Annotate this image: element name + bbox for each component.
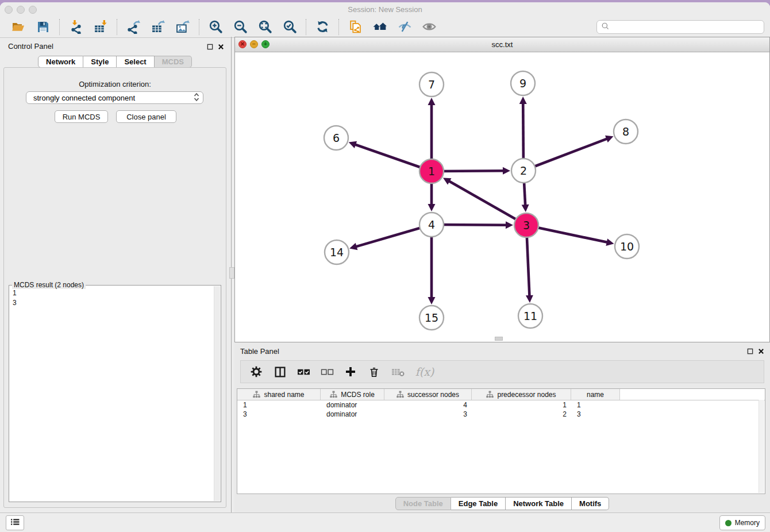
table-panel-close-icon[interactable] — [757, 348, 765, 355]
app-title: Session: New Session — [0, 5, 770, 14]
status-bar: Memory — [0, 512, 770, 532]
graph-node-11[interactable]: 11 — [518, 304, 542, 328]
zoom-fit-icon[interactable] — [257, 19, 273, 35]
edge-arrowhead-icon — [349, 243, 357, 250]
export-network-icon[interactable] — [125, 19, 141, 35]
table-scrollbar[interactable] — [759, 400, 764, 493]
column-header-predecessor-nodes[interactable]: predecessor nodes — [472, 389, 571, 400]
graph-node-10[interactable]: 10 — [615, 234, 639, 259]
network-maximize-icon[interactable]: + — [261, 40, 270, 48]
table-panel: Table Panel f(x) shared nameMCDS rolesuc… — [234, 342, 770, 513]
hide-eye-icon[interactable] — [396, 19, 413, 35]
graph-node-1[interactable]: 1 — [419, 159, 444, 183]
control-panel-close-icon[interactable] — [217, 43, 225, 51]
zoom-in-icon[interactable] — [207, 19, 224, 35]
column-header-filler — [620, 389, 765, 400]
table-panel-title: Table Panel — [240, 347, 279, 356]
export-image-icon[interactable] — [175, 19, 191, 35]
search-input[interactable] — [613, 22, 764, 32]
refresh-layout-icon[interactable] — [314, 19, 330, 35]
graph-node-2[interactable]: 2 — [511, 159, 536, 183]
svg-text:8: 8 — [622, 125, 629, 138]
application-window: Session: New Session Control Panel Netwo… — [0, 2, 770, 532]
graph-node-7[interactable]: 7 — [419, 72, 444, 97]
add-row-icon[interactable] — [344, 365, 357, 379]
network-window-titlebar[interactable]: ✕ − + scc.txt — [235, 37, 769, 52]
export-table-icon[interactable] — [150, 19, 166, 35]
tab-mcds[interactable]: MCDS — [155, 56, 192, 68]
split-columns-icon[interactable] — [273, 365, 287, 379]
result-scrollbar[interactable] — [214, 286, 220, 501]
control-panel-float-icon[interactable] — [206, 43, 214, 51]
column-sort-icon — [396, 391, 404, 398]
close-panel-button[interactable]: Close panel — [116, 110, 176, 123]
network-scroll-grip[interactable] — [495, 337, 503, 341]
column-header-successor-nodes[interactable]: successor nodes — [384, 389, 472, 400]
graph-node-6[interactable]: 6 — [324, 126, 348, 150]
graph-node-14[interactable]: 14 — [325, 240, 349, 264]
network-close-icon[interactable]: ✕ — [238, 40, 247, 48]
tab-node-table[interactable]: Node Table — [395, 497, 451, 510]
search-box[interactable] — [596, 20, 764, 34]
tab-select[interactable]: Select — [117, 56, 154, 68]
tab-network[interactable]: Network — [38, 56, 83, 68]
open-network-file-icon[interactable] — [347, 19, 363, 35]
column-header-label: successor nodes — [407, 391, 459, 399]
memory-button[interactable]: Memory — [719, 515, 765, 530]
graph-edge-2-8[interactable] — [523, 138, 609, 171]
toolbar-group — [306, 19, 338, 35]
open-folder-icon[interactable] — [10, 19, 26, 35]
graph-node-8[interactable]: 8 — [614, 119, 638, 144]
graph-edge-3-1[interactable] — [447, 180, 526, 225]
svg-text:15: 15 — [425, 311, 438, 324]
deselect-all-columns-icon[interactable] — [320, 365, 334, 379]
edge-arrowhead-icon — [428, 204, 436, 211]
app-titlebar: Session: New Session — [0, 2, 770, 16]
zoom-out-icon[interactable] — [232, 19, 248, 35]
column-header-MCDS-role[interactable]: MCDS role — [321, 389, 384, 400]
select-all-columns-icon[interactable] — [297, 365, 310, 379]
toolbar-group — [117, 19, 199, 35]
run-mcds-button[interactable]: Run MCDS — [55, 110, 108, 123]
graph-node-4[interactable]: 4 — [419, 213, 444, 237]
graph-node-9[interactable]: 9 — [511, 71, 535, 95]
task-history-button[interactable] — [6, 515, 24, 530]
optimization-criterion-label: Optimization criterion: — [4, 80, 226, 88]
tab-network-table[interactable]: Network Table — [506, 497, 572, 510]
graph-node-3[interactable]: 3 — [514, 213, 538, 237]
column-header-name[interactable]: name — [571, 389, 620, 400]
home-network-icon[interactable] — [372, 19, 388, 35]
graph-node-15[interactable]: 15 — [419, 306, 444, 330]
table-cell: 3 — [384, 410, 472, 418]
tab-edge-table[interactable]: Edge Table — [451, 497, 506, 510]
table-row[interactable]: 3dominator323 — [237, 410, 765, 419]
table-cell: dominator — [321, 410, 384, 418]
table-settings-gear-icon[interactable] — [249, 365, 263, 379]
show-eye-icon[interactable] — [421, 19, 437, 35]
tab-motifs[interactable]: Motifs — [572, 497, 609, 510]
table-cell: dominator — [321, 401, 384, 409]
tab-style[interactable]: Style — [83, 56, 117, 68]
save-icon[interactable] — [35, 19, 51, 35]
import-network-icon[interactable] — [68, 19, 84, 35]
table-row[interactable]: 1dominator411 — [237, 400, 765, 410]
table-cell: 1 — [571, 401, 620, 409]
edge-arrowhead-icon — [349, 141, 357, 148]
network-canvas[interactable]: 7968124314101511 — [235, 52, 769, 342]
table-cell: 1 — [237, 401, 321, 409]
network-minimize-icon[interactable]: − — [250, 40, 258, 48]
list-icon — [10, 518, 20, 528]
edge-arrowhead-icon — [519, 97, 527, 104]
optimization-criterion-dropdown[interactable]: strongly connected component — [26, 91, 203, 104]
dropdown-stepper-icon — [194, 92, 199, 103]
table-cell: 4 — [384, 401, 472, 409]
panel-splitter-grip[interactable] — [229, 267, 234, 279]
import-table-icon[interactable] — [93, 19, 109, 35]
delete-row-icon[interactable] — [367, 365, 381, 379]
zoom-selected-icon[interactable] — [282, 19, 298, 35]
network-graph: 7968124314101511 — [235, 52, 769, 342]
svg-text:10: 10 — [620, 240, 634, 253]
table-panel-float-icon[interactable] — [746, 348, 754, 355]
svg-text:7: 7 — [428, 78, 435, 91]
column-header-shared-name[interactable]: shared name — [237, 389, 321, 400]
